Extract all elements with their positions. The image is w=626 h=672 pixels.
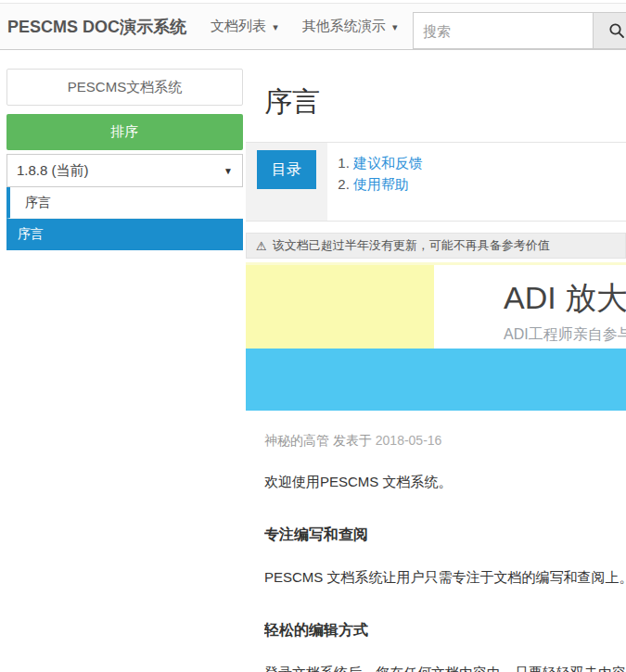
nav-item-doc-list-label: 文档列表 <box>211 18 266 33</box>
sidebar-version-value: 1.8.8 (当前) <box>17 162 89 180</box>
chevron-down-icon: ▾ <box>392 21 398 32</box>
search-group <box>413 12 626 49</box>
sidebar: PESCMS文档系统 排序 1.8.8 (当前) ▼ 序言 序言 <box>0 50 243 250</box>
post-author: 神秘的高管 <box>264 433 329 448</box>
search-input[interactable] <box>413 12 594 49</box>
nav-item-other-systems-label: 其他系统演示 <box>302 18 386 33</box>
sidebar-version-select[interactable]: 1.8.8 (当前) ▼ <box>6 154 243 187</box>
search-icon <box>608 22 625 39</box>
toc-label-cell: 目录 <box>246 143 327 221</box>
select-caret-icon: ▼ <box>224 166 233 176</box>
toc-link-feedback[interactable]: 建议和反馈 <box>353 155 423 171</box>
toc-entry: 建议和反馈 <box>353 152 423 173</box>
section-title-focus: 专注编写和查阅 <box>264 526 626 545</box>
ad-headline: ADI 放大器 <box>504 277 626 320</box>
ad-yellow-block <box>246 265 434 349</box>
post-date: 2018-05-16 <box>376 433 442 448</box>
stale-doc-warning: ⚠ 该文档已超过半年没有更新，可能不再具备参考价值 <box>246 233 626 259</box>
top-navbar: PESCMS DOC演示系统 文档列表 ▾ 其他系统演示 ▾ <box>0 3 626 50</box>
chevron-down-icon: ▾ <box>273 21 278 32</box>
post-body: 神秘的高管 发表于 2018-05-16 欢迎使用PESCMS 文档系统。 专注… <box>246 433 626 672</box>
ad-row: ADI 放大器 ADI工程师亲自参与 <box>246 265 626 349</box>
page-body: PESCMS文档系统 排序 1.8.8 (当前) ▼ 序言 序言 序言 目录 建… <box>0 50 626 672</box>
brand-logo[interactable]: PESCMS DOC演示系统 <box>7 16 186 38</box>
main-content: 序言 目录 建议和反馈 使用帮助 ⚠ 该文档已超过半年没有更新，可能不再具备参考… <box>243 50 626 672</box>
ad-banner[interactable]: ADI 放大器 ADI工程师亲自参与 <box>246 262 626 411</box>
sidebar-item-label: 序言 <box>18 226 44 243</box>
post-published-label: 发表于 <box>333 433 372 448</box>
sidebar-sort-button[interactable]: 排序 <box>6 114 243 150</box>
toc-list: 建议和反馈 使用帮助 <box>327 152 423 221</box>
post-meta: 神秘的高管 发表于 2018-05-16 <box>264 433 626 450</box>
page-title: 序言 <box>264 83 626 121</box>
toc-entry: 使用帮助 <box>353 173 423 195</box>
sidebar-item-label: 序言 <box>25 195 51 211</box>
ad-subline: ADI工程师亲自参与 <box>504 325 626 345</box>
section-text-easy-edit: 登录文档系统后，您在任何文档内容中，只要轻轻双击内容任意 <box>264 665 626 672</box>
nav-item-other-systems[interactable]: 其他系统演示 ▾ <box>302 18 398 35</box>
toc-link-help[interactable]: 使用帮助 <box>353 176 409 192</box>
toc-label: 目录 <box>257 150 316 189</box>
search-button[interactable] <box>594 12 626 49</box>
sidebar-item-preface-active[interactable]: 序言 <box>6 219 243 250</box>
ad-text-block: ADI 放大器 ADI工程师亲自参与 <box>434 265 626 349</box>
nav-item-doc-list[interactable]: 文档列表 ▾ <box>211 18 278 35</box>
warning-icon: ⚠ <box>256 239 267 253</box>
ad-blue-bar <box>246 349 626 411</box>
section-text-focus: PESCMS 文档系统让用户只需专注于文档的编写和查阅上。没有 <box>264 569 626 587</box>
sidebar-item-preface[interactable]: 序言 <box>6 187 243 219</box>
toc-panel: 目录 建议和反馈 使用帮助 <box>246 142 626 222</box>
sidebar-system-button[interactable]: PESCMS文档系统 <box>6 69 243 106</box>
post-intro: 欢迎使用PESCMS 文档系统。 <box>264 474 626 491</box>
section-title-easy-edit: 轻松的编辑方式 <box>264 621 626 640</box>
warning-text: 该文档已超过半年没有更新，可能不再具备参考价值 <box>273 237 550 254</box>
